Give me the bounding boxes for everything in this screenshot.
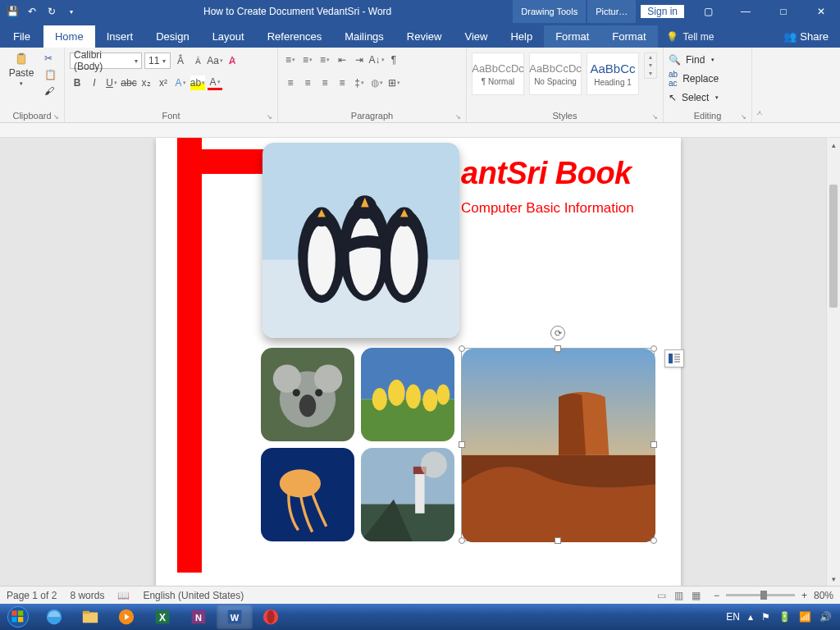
font-name-combo[interactable]: Calibri (Body)▾ xyxy=(70,52,142,69)
style-normal[interactable]: AaBbCcDc¶ Normal xyxy=(472,52,524,95)
align-left-icon[interactable]: ≡ xyxy=(283,75,298,90)
image-koala[interactable] xyxy=(261,348,354,441)
change-case-icon[interactable]: Aa xyxy=(208,53,222,68)
tray-flag-icon[interactable]: ⚑ xyxy=(761,611,770,623)
strike-icon[interactable]: abc xyxy=(121,75,136,90)
tray-volume-icon[interactable]: 🔊 xyxy=(819,611,832,623)
indent-left-icon[interactable]: ⇤ xyxy=(335,52,349,67)
tab-file[interactable]: File xyxy=(0,25,43,48)
tab-mailings[interactable]: Mailings xyxy=(333,25,395,48)
scroll-up-icon[interactable]: ▴ xyxy=(827,138,840,152)
picture-tools-tab[interactable]: Pictur… xyxy=(587,0,636,23)
share-button[interactable]: 👥Share xyxy=(772,25,840,48)
task-word[interactable]: W xyxy=(217,605,253,629)
layout-options-button[interactable] xyxy=(664,349,684,368)
text-effects-icon[interactable]: A xyxy=(173,75,188,90)
ruler[interactable] xyxy=(0,123,840,138)
resize-handle[interactable] xyxy=(555,345,561,352)
zoom-out-icon[interactable]: − xyxy=(714,590,719,601)
tab-help[interactable]: Help xyxy=(499,25,544,48)
multilevel-icon[interactable]: ≡ xyxy=(317,52,332,67)
tell-me[interactable]: 💡Tell me xyxy=(658,26,723,48)
align-center-icon[interactable]: ≡ xyxy=(300,75,315,90)
cut-button[interactable] xyxy=(44,52,59,66)
zoom-level[interactable]: 80% xyxy=(814,590,833,601)
image-lighthouse[interactable] xyxy=(361,448,454,541)
tray-up-icon[interactable]: ▴ xyxy=(748,611,753,623)
show-marks-icon[interactable]: ¶ xyxy=(386,52,401,67)
tab-layout[interactable]: Layout xyxy=(201,25,256,48)
tab-design[interactable]: Design xyxy=(144,25,200,48)
paste-button[interactable]: Paste ▾ xyxy=(5,52,38,87)
tab-review[interactable]: Review xyxy=(395,25,454,48)
image-jellyfish[interactable] xyxy=(261,448,354,541)
resize-handle[interactable] xyxy=(459,345,465,352)
qat-more-icon[interactable]: ▾ xyxy=(66,6,77,17)
styles-scroll[interactable]: ▴▾▾ xyxy=(644,52,657,79)
resize-handle[interactable] xyxy=(459,441,465,448)
scroll-down-icon[interactable]: ▾ xyxy=(827,572,840,586)
bullets-icon[interactable]: ≡ xyxy=(283,52,298,67)
tab-home[interactable]: Home xyxy=(43,25,95,48)
collapse-ribbon-icon[interactable]: ㅅ xyxy=(752,48,767,122)
maximize-icon[interactable]: □ xyxy=(765,6,802,17)
tray-power-icon[interactable]: 🔋 xyxy=(778,611,791,623)
find-button[interactable]: 🔍Find▾ xyxy=(669,52,714,67)
underline-icon[interactable]: U xyxy=(104,75,119,90)
rotate-handle-icon[interactable]: ⟳ xyxy=(550,326,565,340)
task-onenote[interactable]: N xyxy=(180,605,217,629)
align-right-icon[interactable]: ≡ xyxy=(317,75,332,90)
save-icon[interactable]: 💾 xyxy=(7,6,18,17)
task-opera[interactable] xyxy=(253,605,289,629)
style-heading1[interactable]: AaBbCcHeading 1 xyxy=(587,52,639,95)
vertical-scrollbar[interactable]: ▴ ▾ xyxy=(826,138,840,586)
proofing-icon[interactable]: 📖 xyxy=(117,590,130,601)
tab-format-picture[interactable]: Format xyxy=(600,25,657,48)
image-desert[interactable] xyxy=(462,349,655,542)
resize-handle[interactable] xyxy=(651,537,657,544)
zoom-control[interactable]: − + 80% xyxy=(714,590,833,601)
grow-font-icon[interactable]: Â xyxy=(173,53,188,68)
select-button[interactable]: ↖Select▾ xyxy=(669,90,719,105)
image-tulips[interactable] xyxy=(361,348,454,441)
drawing-tools-tab[interactable]: Drawing Tools xyxy=(513,0,586,23)
format-painter-button[interactable] xyxy=(44,85,59,98)
redo-icon[interactable]: ↻ xyxy=(46,6,57,17)
replace-button[interactable]: abacReplace xyxy=(669,68,719,89)
sign-in-button[interactable]: Sign in xyxy=(641,5,684,18)
numbering-icon[interactable]: ≡ xyxy=(300,52,315,67)
status-words[interactable]: 8 words xyxy=(70,590,104,601)
clear-format-icon[interactable]: A̷ xyxy=(225,53,240,68)
style-nospacing[interactable]: AaBbCcDcNo Spacing xyxy=(529,52,582,95)
minimize-icon[interactable]: — xyxy=(727,6,765,17)
web-layout-icon[interactable]: ▦ xyxy=(692,590,701,601)
line-spacing-icon[interactable]: ‡ xyxy=(352,75,367,90)
image-penguins[interactable] xyxy=(262,143,459,338)
ribbon-display-icon[interactable]: ▢ xyxy=(689,6,727,17)
subscript-icon[interactable]: x₂ xyxy=(139,75,153,90)
font-size-combo[interactable]: 11▾ xyxy=(144,52,171,69)
superscript-icon[interactable]: x² xyxy=(156,75,171,90)
highlight-icon[interactable]: ab xyxy=(190,75,205,90)
resize-handle[interactable] xyxy=(651,345,657,352)
justify-icon[interactable]: ≡ xyxy=(335,75,349,90)
shading-icon[interactable]: ◍ xyxy=(369,75,384,90)
task-explorer[interactable] xyxy=(72,605,108,629)
selected-picture-frame[interactable]: ⟳ xyxy=(461,348,655,541)
tab-format-drawing[interactable]: Format xyxy=(544,25,600,48)
resize-handle[interactable] xyxy=(555,537,561,544)
indent-right-icon[interactable]: ⇥ xyxy=(352,52,367,67)
read-mode-icon[interactable]: ▭ xyxy=(657,590,666,601)
tab-insert[interactable]: Insert xyxy=(95,25,145,48)
italic-icon[interactable]: I xyxy=(87,75,102,90)
sort-icon[interactable]: A↓ xyxy=(369,52,384,67)
scroll-thumb[interactable] xyxy=(829,185,838,308)
font-color-icon[interactable]: A xyxy=(208,75,222,90)
status-page[interactable]: Page 1 of 2 xyxy=(7,590,57,601)
task-ie[interactable] xyxy=(36,605,72,629)
task-excel[interactable]: X xyxy=(144,605,180,629)
print-layout-icon[interactable]: ▥ xyxy=(674,590,683,601)
copy-button[interactable] xyxy=(44,69,59,82)
tray-lang[interactable]: EN xyxy=(726,611,740,623)
tray-network-icon[interactable]: 📶 xyxy=(799,611,811,623)
